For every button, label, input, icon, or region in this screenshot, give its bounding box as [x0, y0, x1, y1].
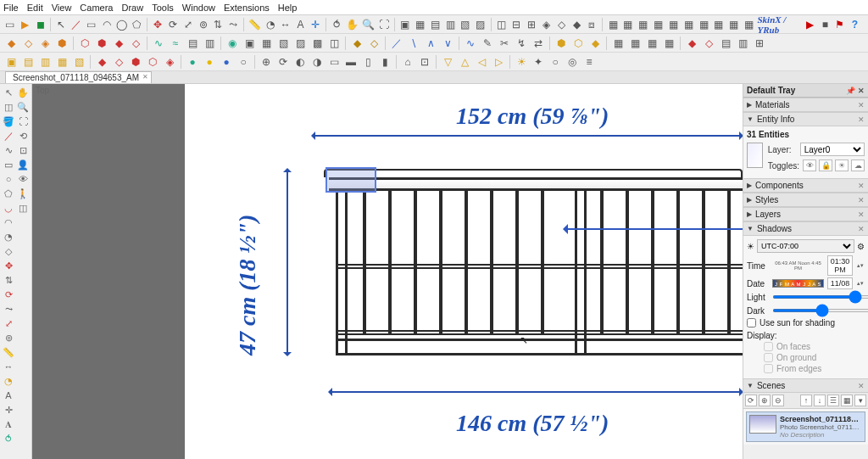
ext-h3-icon[interactable]: ◆: [587, 36, 603, 51]
ext-d4-icon[interactable]: ▧: [275, 36, 291, 51]
ext-l3-icon[interactable]: ⬢: [128, 54, 143, 70]
orbit-icon[interactable]: ⥀: [330, 17, 343, 32]
ext-h2-icon[interactable]: ⬡: [570, 36, 586, 51]
flag-icon[interactable]: ⚑: [833, 17, 847, 32]
ext-i1-icon[interactable]: ▦: [610, 36, 626, 51]
layers-panel-header[interactable]: ▶ Layers ✕: [743, 207, 868, 221]
ext-n8-icon[interactable]: ▮: [377, 54, 392, 70]
ext-o1-icon[interactable]: ⌂: [400, 54, 415, 70]
layer-select[interactable]: Layer0: [800, 143, 865, 156]
ext-a3-icon[interactable]: ◈: [37, 36, 53, 51]
section-fill-icon[interactable]: ⊞: [525, 17, 538, 32]
ext-n5-icon[interactable]: ▭: [326, 54, 342, 70]
use-sun-checkbox[interactable]: [747, 318, 756, 327]
scale-icon[interactable]: ⤢: [181, 17, 195, 32]
section-tool-icon[interactable]: ◫: [16, 201, 30, 215]
help-icon[interactable]: ?: [849, 17, 862, 32]
ext-n7-icon[interactable]: ▯: [360, 54, 376, 70]
ext-a1-icon[interactable]: ◆: [3, 36, 19, 51]
section-icon[interactable]: ◫: [495, 17, 509, 32]
ext-p2-icon[interactable]: △: [457, 54, 472, 70]
rect-tool-icon[interactable]: ▭: [2, 158, 15, 171]
ext-q5-icon[interactable]: ≡: [581, 54, 597, 70]
scene-tab[interactable]: Screenshot_071118_094653_AM: [5, 71, 152, 83]
arc2-tool-icon[interactable]: ◠: [2, 216, 15, 229]
ext-l4-icon[interactable]: ⬡: [145, 54, 160, 70]
ext-n1-icon[interactable]: ⊕: [259, 54, 274, 70]
eraser-tool-icon[interactable]: ◫: [2, 100, 15, 114]
ext-f4-icon[interactable]: ∨: [440, 36, 455, 51]
ext-b2-icon[interactable]: ⬢: [94, 36, 109, 51]
followme-icon[interactable]: ⤳: [226, 17, 240, 32]
ext-i4-icon[interactable]: ▦: [661, 36, 676, 51]
scene-add-icon[interactable]: ⊕: [759, 395, 771, 406]
entity-info-panel-header[interactable]: ▼ Entity Info ✕: [743, 112, 868, 126]
ext-b1-icon[interactable]: ⬡: [77, 36, 92, 51]
ext-d5-icon[interactable]: ▨: [292, 36, 308, 51]
axes-tool-icon[interactable]: ✛: [2, 403, 15, 417]
ext-h1-icon[interactable]: ⬢: [554, 36, 569, 51]
ext-c4-icon[interactable]: ▥: [202, 36, 217, 51]
position-cam-tool-icon[interactable]: 👤: [16, 158, 30, 171]
back-icon[interactable]: ▧: [459, 17, 472, 32]
menu-camera[interactable]: Camera: [80, 3, 113, 13]
ext-g1-icon[interactable]: ∿: [463, 36, 478, 51]
section-cut-icon[interactable]: ⊟: [509, 17, 523, 32]
viewport[interactable]: Top 152 cm (59 ⅞") 47 cm (18 ½") 146 cm …: [32, 84, 743, 459]
scene-refresh-icon[interactable]: ⟳: [745, 395, 757, 406]
ext-f1-icon[interactable]: ／: [389, 36, 404, 51]
on-ground-checkbox[interactable]: [764, 353, 773, 362]
menu-draw[interactable]: Draw: [121, 3, 143, 13]
record-icon[interactable]: ▶: [804, 17, 817, 32]
ext-g5-icon[interactable]: ⇄: [531, 36, 546, 51]
top-icon[interactable]: ▦: [414, 17, 427, 32]
stop-icon[interactable]: ◼: [34, 17, 47, 32]
close-icon[interactable]: ✕: [858, 382, 865, 390]
paint-tool-icon[interactable]: 🪣: [2, 115, 15, 128]
scenes-panel-header[interactable]: ▼ Scenes ✕: [743, 378, 868, 393]
followme-tool-icon[interactable]: ⤳: [2, 302, 15, 316]
close-icon[interactable]: ✕: [858, 225, 865, 233]
toggle-visible-icon[interactable]: 👁: [803, 160, 816, 171]
ext-d2-icon[interactable]: ▣: [242, 36, 257, 51]
ext-k1-icon[interactable]: ▣: [3, 54, 19, 70]
ext-m4-icon[interactable]: ○: [236, 54, 251, 70]
toggle-receive-icon[interactable]: ☁: [851, 160, 865, 171]
move-tool-icon[interactable]: ✥: [2, 259, 15, 272]
date-spinner[interactable]: ▴▾: [856, 280, 865, 287]
arc-tool-icon[interactable]: ◡: [2, 201, 15, 215]
time-value[interactable]: 01:30 PM: [827, 255, 853, 276]
ext-g3-icon[interactable]: ✂: [497, 36, 512, 51]
menu-file[interactable]: File: [3, 3, 19, 13]
menu-extensions[interactable]: Extensions: [224, 3, 270, 13]
line-tool-icon[interactable]: ／: [2, 129, 15, 143]
dim-icon[interactable]: ↔: [279, 17, 292, 32]
ext-j3-icon[interactable]: ▤: [718, 36, 733, 51]
select-icon[interactable]: ↖: [54, 17, 68, 32]
play-icon[interactable]: ▶: [19, 17, 32, 32]
circle-tool-icon[interactable]: ○: [2, 172, 15, 186]
line-icon[interactable]: ／: [70, 17, 83, 32]
ext-e2-icon[interactable]: ◇: [366, 36, 381, 51]
time-spinner[interactable]: ▴▾: [856, 262, 865, 269]
menu-edit[interactable]: Edit: [27, 3, 43, 13]
zoom-window-tool-icon[interactable]: ⛶: [16, 115, 30, 128]
ext-n4-icon[interactable]: ◑: [309, 54, 325, 70]
protractor-icon[interactable]: ◔: [264, 17, 277, 32]
front-icon[interactable]: ▤: [428, 17, 442, 32]
timezone-select[interactable]: UTC-07:00: [757, 239, 854, 253]
ext-a4-icon[interactable]: ⬢: [54, 36, 70, 51]
ext-c2-icon[interactable]: ≈: [168, 36, 183, 51]
poly-tool-icon[interactable]: ⬠: [2, 187, 15, 200]
on-faces-checkbox[interactable]: [764, 342, 773, 351]
ext-j1-icon[interactable]: ◆: [684, 36, 699, 51]
menu-help[interactable]: Help: [278, 3, 298, 13]
styles-panel-header[interactable]: ▶ Styles ✕: [743, 193, 868, 207]
plugin-9-icon[interactable]: ▦: [727, 17, 741, 32]
3dtext-tool-icon[interactable]: 𝐀: [2, 417, 15, 431]
toggle-lock-icon[interactable]: 🔒: [819, 160, 832, 171]
tape-icon[interactable]: 📏: [248, 17, 262, 32]
ext-c1-icon[interactable]: ∿: [151, 36, 166, 51]
scene-list-item[interactable]: Screenshot_071118_094653_AM Photo Screen…: [746, 411, 865, 442]
materials-panel-header[interactable]: ▶ Materials ✕: [743, 98, 868, 112]
